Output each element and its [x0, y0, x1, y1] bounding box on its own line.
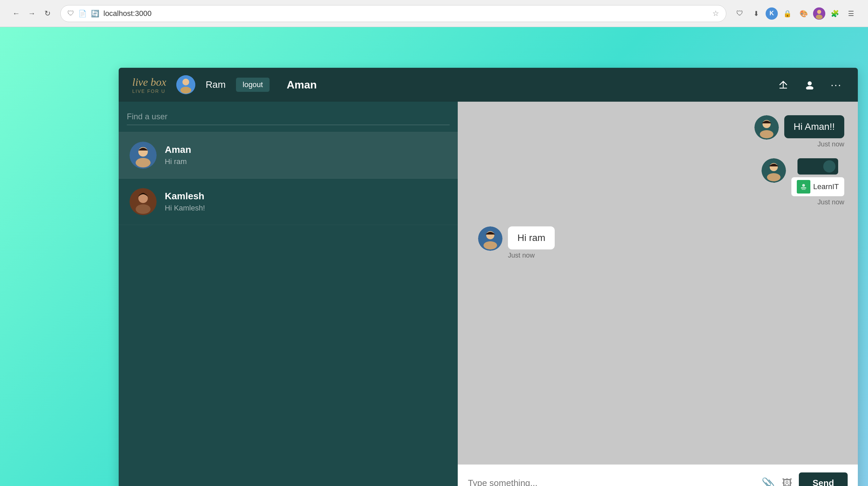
- contacts-list: Aman Hi ram Kamles: [119, 132, 458, 486]
- download-button[interactable]: ⬇: [749, 7, 763, 20]
- url-input[interactable]: [103, 9, 708, 18]
- contact-preview-kamlesh: Hi Kamlesh!: [165, 204, 447, 212]
- svg-point-5: [180, 87, 191, 94]
- input-area: 📎 🖼 Send: [458, 464, 858, 486]
- chat-area: Hi Aman!! Just now: [458, 102, 858, 486]
- app-window: live box LIVE FOR U Ram logout Aman: [119, 68, 858, 486]
- contact-item-aman[interactable]: Aman Hi ram: [119, 132, 458, 179]
- shield-action-button[interactable]: 🛡: [733, 7, 747, 20]
- security-icon: 🛡: [67, 9, 74, 17]
- logo: live box LIVE FOR U: [132, 76, 166, 94]
- message-input[interactable]: [468, 478, 755, 486]
- svg-point-1: [817, 10, 821, 14]
- svg-rect-19: [801, 187, 806, 188]
- nav-buttons: ← → ↻: [10, 7, 54, 20]
- browser-actions: 🛡 ⬇ K 🔒 🎨 🧩 ☰: [733, 7, 858, 20]
- tracking-icon: 🔄: [91, 9, 99, 18]
- logo-text: live box: [132, 76, 166, 88]
- image-button[interactable]: 🖼: [782, 478, 792, 486]
- svg-point-4: [182, 79, 189, 85]
- contact-name-aman: Aman: [165, 144, 447, 155]
- message-avatar-outgoing-1: [754, 115, 779, 140]
- message-row-2: LearnIT Just now: [471, 158, 844, 206]
- contact-item-kamlesh[interactable]: Kamlesh Hi Kamlesh!: [119, 179, 458, 225]
- svg-point-7: [806, 86, 813, 89]
- search-container: [119, 102, 458, 132]
- profile-button[interactable]: [802, 77, 818, 93]
- attachment-button[interactable]: 📎: [762, 477, 775, 486]
- color-button[interactable]: 🎨: [797, 7, 810, 20]
- svg-point-6: [808, 81, 812, 85]
- message-avatar-outgoing-2: [762, 158, 786, 183]
- svg-point-10: [136, 158, 151, 167]
- messages-container: Hi Aman!! Just now: [458, 102, 858, 464]
- message-time-2: Just now: [817, 198, 844, 206]
- sidebar: Aman Hi ram Kamles: [119, 102, 458, 486]
- message-time-3: Just now: [508, 251, 535, 259]
- forward-button[interactable]: →: [26, 7, 38, 20]
- chat-partner-name: Aman: [287, 79, 317, 91]
- search-input[interactable]: [127, 108, 450, 125]
- logo-subtitle: LIVE FOR U: [132, 88, 166, 94]
- contact-avatar-kamlesh: [130, 188, 157, 215]
- message-content-3: Hi ram Just now: [508, 226, 555, 259]
- app-body: Aman Hi ram Kamles: [119, 102, 858, 486]
- svg-point-2: [816, 15, 823, 19]
- contact-info-kamlesh: Kamlesh Hi Kamlesh!: [165, 191, 447, 212]
- svg-point-26: [484, 241, 497, 249]
- message-row-3: Hi ram Just now: [478, 226, 844, 259]
- svg-point-13: [136, 204, 151, 214]
- lock-button[interactable]: 🔒: [781, 7, 794, 20]
- bookmark-button[interactable]: ☆: [712, 9, 719, 18]
- browser-chrome: ← → ↻ 🛡 📄 🔄 ☆ 🛡 ⬇ K 🔒 🎨 🧩 ☰: [0, 0, 868, 27]
- message-avatar-incoming-1: [478, 226, 502, 251]
- export-button[interactable]: [775, 77, 791, 93]
- message-time-1: Just now: [817, 140, 844, 148]
- message-bubble-3: Hi ram: [508, 226, 555, 249]
- more-options-button[interactable]: ···: [828, 77, 844, 93]
- contact-info-aman: Aman Hi ram: [165, 144, 447, 166]
- send-button[interactable]: Send: [799, 472, 848, 486]
- contact-avatar-aman: [130, 142, 157, 169]
- contact-preview-aman: Hi ram: [165, 157, 447, 166]
- current-username: Ram: [205, 79, 225, 90]
- browser-avatar-k: K: [766, 7, 778, 20]
- address-bar[interactable]: 🛡 📄 🔄 ☆: [60, 5, 726, 22]
- page-icon: 📄: [78, 9, 87, 18]
- message-content-1: Hi Aman!! Just now: [784, 115, 844, 148]
- svg-rect-20: [802, 189, 806, 190]
- svg-point-23: [767, 173, 781, 181]
- back-button[interactable]: ←: [10, 7, 22, 20]
- current-user-avatar: [176, 75, 195, 94]
- logout-button[interactable]: logout: [236, 78, 270, 92]
- message-row-1: Hi Aman!! Just now: [471, 115, 844, 148]
- app-header: live box LIVE FOR U Ram logout Aman: [119, 68, 858, 102]
- contact-name-kamlesh: Kamlesh: [165, 191, 447, 202]
- svg-point-16: [760, 130, 773, 138]
- extensions-button[interactable]: 🧩: [828, 7, 842, 20]
- message-bubble-1: Hi Aman!!: [784, 115, 844, 138]
- message-content-2: LearnIT Just now: [791, 158, 844, 206]
- menu-button[interactable]: ☰: [844, 7, 858, 20]
- browser-user-avatar: [813, 7, 825, 20]
- reload-button[interactable]: ↻: [41, 7, 54, 20]
- svg-point-18: [802, 184, 805, 187]
